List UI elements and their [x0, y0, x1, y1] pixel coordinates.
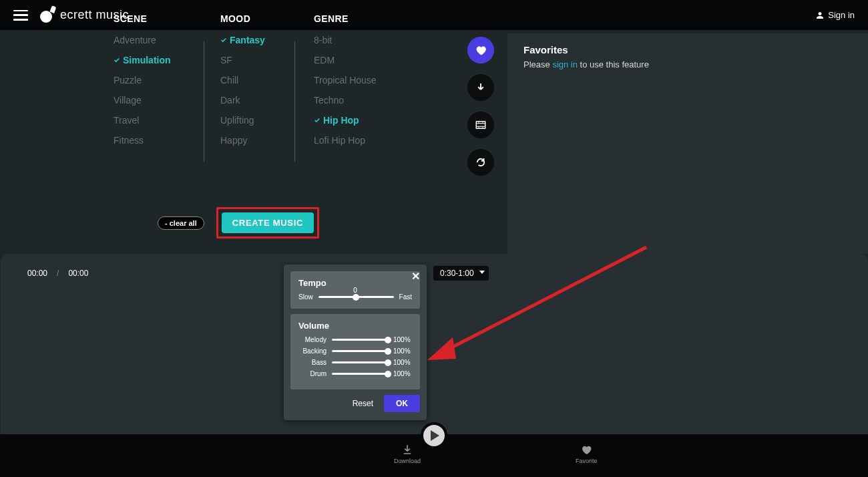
download-icon [475, 82, 487, 94]
svg-rect-0 [476, 122, 485, 129]
action-row: - clear all CREATE MUSIC [158, 207, 319, 238]
scene-items: AdventureSimulationPuzzleVillageTravelFi… [114, 35, 204, 146]
scene-column: SCENE AdventureSimulationPuzzleVillageTr… [114, 13, 204, 162]
create-music-wrap: CREATE MUSIC [216, 207, 319, 238]
category-item[interactable]: Tropical House [314, 75, 385, 86]
signin-link[interactable]: Sign in [816, 10, 855, 20]
slider-thumb[interactable] [385, 348, 391, 355]
volume-slider[interactable] [332, 339, 388, 341]
duration-value: 0:30-1:00 [440, 269, 474, 278]
mood-items: FantasySFChillDarkUpliftingHappy [220, 35, 294, 146]
volume-track-label: Bass [298, 359, 327, 366]
player-bar: Download Favorite [0, 434, 868, 477]
category-item[interactable]: SF [220, 55, 294, 65]
volume-track-label: Drum [298, 370, 327, 377]
play-button[interactable] [421, 422, 447, 449]
timeline-panel: 00:00 / 00:00 0:30-1:00 [1, 254, 868, 434]
download-button[interactable]: Download [394, 444, 421, 464]
chevron-down-icon [479, 271, 485, 274]
favorite-label: Favorite [576, 458, 598, 464]
time-total: 00:00 [68, 269, 88, 278]
user-icon [816, 11, 824, 19]
category-item[interactable]: Lofi Hip Hop [314, 135, 385, 146]
top-left-group: ecrett music [13, 8, 129, 23]
volume-slider[interactable] [332, 373, 388, 375]
downloads-tab-button[interactable] [467, 74, 494, 101]
genre-column: GENRE 8-bitEDMTropical HouseTechnoHip Ho… [295, 13, 385, 162]
category-item[interactable]: Travel [114, 115, 204, 126]
settings-popup: ✕ Tempo 0 Slow Fast Volume Melody100%Bac… [284, 265, 427, 420]
genre-items: 8-bitEDMTropical HouseTechnoHip HopLofi … [314, 35, 385, 146]
category-item[interactable]: Adventure [114, 35, 204, 45]
category-item[interactable]: Chill [220, 75, 294, 86]
genre-header: GENRE [314, 13, 385, 24]
volume-percent: 100% [393, 370, 412, 377]
download-label: Download [394, 458, 421, 464]
tempo-fast-label: Fast [399, 293, 412, 301]
logo-icon [40, 8, 55, 23]
clear-all-button[interactable]: - clear all [158, 216, 204, 230]
volume-section: Volume Melody100%Backing100%Bass100%Drum… [290, 314, 420, 389]
regenerate-tab-button[interactable] [467, 149, 494, 176]
category-item[interactable]: Happy [220, 135, 294, 146]
slider-thumb[interactable] [385, 371, 391, 377]
favorites-title: Favorites [523, 44, 852, 55]
category-item[interactable]: Simulation [114, 55, 204, 65]
category-selectors: SCENE AdventureSimulationPuzzleVillageTr… [114, 13, 385, 162]
heart-icon [580, 444, 592, 456]
slider-thumb[interactable] [385, 359, 391, 366]
signin-label: Sign in [828, 10, 855, 20]
time-current: 00:00 [27, 269, 47, 278]
mood-header: MOOD [220, 13, 294, 24]
popup-actions: Reset OK [290, 395, 420, 412]
favorites-pane: Favorites Please sign in to use this fea… [507, 33, 868, 254]
duration-select[interactable]: 0:30-1:00 [433, 266, 489, 281]
category-item[interactable]: Techno [314, 95, 385, 106]
volume-row: Bass100% [298, 359, 412, 366]
volume-percent: 100% [393, 347, 412, 355]
mood-column: MOOD FantasySFChillDarkUpliftingHappy [204, 13, 294, 162]
volume-slider[interactable] [332, 350, 388, 352]
category-item[interactable]: Puzzle [114, 75, 204, 86]
ok-button[interactable]: OK [384, 395, 420, 412]
time-display: 00:00 / 00:00 [27, 269, 88, 278]
side-circle-buttons [467, 37, 497, 176]
category-item[interactable]: Fitness [114, 135, 204, 146]
category-item[interactable]: 8-bit [314, 35, 385, 45]
category-item[interactable]: Hip Hop [314, 115, 385, 126]
download-icon [401, 444, 413, 456]
film-icon [475, 119, 487, 131]
volume-percent: 100% [393, 359, 412, 366]
category-item[interactable]: Dark [220, 95, 294, 106]
scene-header: SCENE [114, 13, 204, 24]
slider-thumb[interactable] [353, 294, 359, 301]
play-icon [431, 430, 439, 441]
volume-slider[interactable] [332, 361, 388, 363]
volume-percent: 100% [393, 336, 412, 343]
volume-track-label: Melody [298, 336, 327, 343]
category-item[interactable]: Fantasy [220, 35, 294, 45]
menu-icon[interactable] [13, 10, 28, 21]
category-item[interactable]: Uplifting [220, 115, 294, 126]
create-music-button[interactable]: CREATE MUSIC [222, 212, 314, 233]
tempo-slider[interactable] [318, 296, 394, 298]
redo-icon [475, 156, 487, 168]
reset-button[interactable]: Reset [353, 399, 373, 408]
favorite-button[interactable]: Favorite [576, 444, 598, 464]
volume-title: Volume [298, 321, 412, 331]
tempo-slider-row: 0 Slow Fast [298, 293, 412, 301]
time-separator: / [57, 269, 59, 278]
volume-rows: Melody100%Backing100%Bass100%Drum100% [298, 336, 412, 377]
tempo-section: Tempo 0 Slow Fast [290, 271, 420, 309]
volume-row: Backing100% [298, 347, 412, 355]
category-item[interactable]: EDM [314, 55, 385, 65]
close-icon[interactable]: ✕ [411, 270, 420, 283]
heart-icon [475, 44, 487, 56]
video-tab-button[interactable] [467, 112, 494, 138]
volume-row: Drum100% [298, 370, 412, 377]
favorites-signin-link[interactable]: sign in [552, 59, 578, 69]
favorites-tab-button[interactable] [467, 37, 494, 63]
favorites-subtext: Please sign in to use this feature [523, 59, 852, 69]
category-item[interactable]: Village [114, 95, 204, 106]
slider-thumb[interactable] [385, 337, 391, 343]
